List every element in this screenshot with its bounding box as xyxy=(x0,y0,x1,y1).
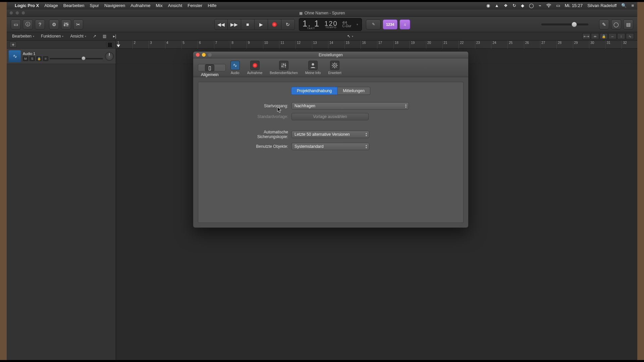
track-volume-slider[interactable] xyxy=(50,58,103,59)
smart-controls-button[interactable]: ⚙ xyxy=(49,19,59,29)
editors-button[interactable]: ✂ xyxy=(73,19,83,29)
track-mute-button[interactable]: M xyxy=(23,56,28,61)
prefs-tab-surfaces[interactable]: Bedienoberflächen xyxy=(267,60,300,76)
track-pan-knob[interactable] xyxy=(105,52,114,61)
prefs-subtabs: Projekthandhabung Mitteilungen xyxy=(204,87,457,95)
ruler-tick: 3 xyxy=(149,41,152,49)
zoom-h-button[interactable]: ↔ xyxy=(608,33,616,39)
lock-button[interactable]: 🔒 xyxy=(600,33,608,39)
notepad-button[interactable]: ✎ xyxy=(599,19,609,29)
loops-button[interactable]: ◯ xyxy=(611,19,621,29)
catch-button[interactable]: ▸| xyxy=(111,33,118,39)
prefs-tab-audio[interactable]: ∿Audio xyxy=(228,60,243,76)
browser-button[interactable]: ▤ xyxy=(623,19,633,29)
prefs-titlebar[interactable]: Einstellungen xyxy=(193,52,468,58)
menu-help[interactable]: Hilfe xyxy=(208,3,216,8)
prefs-tab-myinfo[interactable]: Meine Info xyxy=(303,60,324,76)
status-bluetooth-icon[interactable]: ⌁ xyxy=(539,3,541,8)
master-volume-slider[interactable] xyxy=(541,23,588,25)
spotlight-icon[interactable]: 🔍 xyxy=(621,3,627,8)
track-row[interactable]: ∿ Audio 1 M S 🔒 xyxy=(7,49,116,64)
backup-label: AutomatischeSicherungskopie: xyxy=(204,130,291,139)
tuner-button[interactable]: ♫ xyxy=(399,19,410,29)
track-list: + ▦ ∿ Audio 1 M S 🔒 xyxy=(7,41,116,360)
used-objects-select[interactable]: Systemstandard▴▾ xyxy=(291,143,369,150)
ruler-tick: 22 xyxy=(459,41,464,49)
waveform-zoom-button[interactable]: ∿ xyxy=(626,33,634,39)
track-solo-button[interactable]: S xyxy=(30,56,35,61)
menu-navigate[interactable]: Navigieren xyxy=(104,3,125,8)
lcd-display[interactable]: 1. 1TAKT 120TEMPO 4/4C-Dur ▾ xyxy=(299,18,362,31)
ruler-tick: 30 xyxy=(589,41,594,49)
ruler-tick: 12 xyxy=(296,41,301,49)
transport-controls: ◀◀ ▶▶ ■ ▶ ↻ xyxy=(214,19,295,30)
backup-select[interactable]: Letzte 50 alternative Versionen▴▾ xyxy=(291,131,369,138)
global-tracks-button[interactable]: ▦ xyxy=(106,42,113,47)
window-traffic-lights[interactable] xyxy=(9,11,25,15)
template-choose-button[interactable]: Vorlage auswählen xyxy=(291,113,369,120)
status-wifi-icon[interactable] xyxy=(546,4,551,8)
subtab-project-handling[interactable]: Projekthandhabung xyxy=(291,87,337,95)
menu-track[interactable]: Spur xyxy=(90,3,99,8)
app-menu[interactable]: Logic Pro X xyxy=(15,3,39,8)
startup-select[interactable]: Nachfragen▴▾ xyxy=(291,102,409,110)
document-icon: ▦ xyxy=(299,11,303,15)
ruler-tick: 13 xyxy=(312,41,317,49)
menubar-clock[interactable]: Mi. 15:27 xyxy=(565,3,583,8)
menu-edit[interactable]: Bearbeiten xyxy=(63,3,85,8)
ruler-tick: 17 xyxy=(377,41,382,49)
mixer-button[interactable] xyxy=(61,19,71,29)
lcd-position: 1. 1 xyxy=(303,19,320,28)
track-lock-button[interactable]: 🔒 xyxy=(36,56,42,61)
add-track-button[interactable]: + xyxy=(9,42,17,48)
count-in-button[interactable]: 1234 xyxy=(383,19,397,29)
forward-button[interactable]: ▶▶ xyxy=(228,19,241,30)
menu-extras-icon[interactable]: ≡ xyxy=(631,3,634,8)
svg-point-2 xyxy=(65,23,67,24)
snap-button[interactable]: ⇤⇥ xyxy=(582,33,590,39)
status-diamond-icon[interactable]: ◆ xyxy=(521,3,524,8)
zoom-v-button[interactable]: ↕ xyxy=(617,33,625,39)
play-button[interactable]: ▶ xyxy=(255,19,268,30)
ruler-tick: 4 xyxy=(165,41,168,49)
prefs-traffic-lights[interactable] xyxy=(196,53,212,57)
help-button[interactable]: ? xyxy=(35,19,45,29)
status-display-icon[interactable]: ▭ xyxy=(556,3,560,8)
view-menu[interactable]: Ansicht▾ xyxy=(68,33,88,39)
record-button[interactable] xyxy=(268,19,281,30)
inspector-button[interactable]: ⓘ xyxy=(23,19,33,29)
ruler-tick: 23 xyxy=(475,41,480,49)
status-cloud-icon[interactable]: ▲ xyxy=(495,3,499,8)
menu-mix[interactable]: Mix xyxy=(156,3,163,8)
track-record-enable-button[interactable] xyxy=(43,56,48,61)
alignment-button[interactable]: ⇹ xyxy=(591,33,599,39)
menu-record[interactable]: Aufnahme xyxy=(130,3,150,8)
menubar-user[interactable]: Silvan Radeloff xyxy=(587,3,616,8)
prefs-tab-record[interactable]: Aufnahme xyxy=(245,60,265,76)
rewind-button[interactable]: ◀◀ xyxy=(214,19,228,30)
ruler-tick: 10 xyxy=(263,41,268,49)
menu-file[interactable]: Ablage xyxy=(44,3,58,8)
metronome-button[interactable]: ✎ xyxy=(366,19,381,29)
menu-window[interactable]: Fenster xyxy=(187,3,202,8)
subtab-notifications[interactable]: Mitteilungen xyxy=(337,87,370,95)
functions-menu[interactable]: Funktionen▾ xyxy=(39,33,65,39)
flex-button[interactable]: ▥ xyxy=(101,33,108,39)
menu-view[interactable]: Ansicht xyxy=(168,3,182,8)
automation-button[interactable]: ↗ xyxy=(91,33,98,39)
status-record-icon[interactable]: ◉ xyxy=(486,3,490,8)
edit-menu[interactable]: Bearbeiten▾ xyxy=(10,33,36,39)
ruler-tick: 19 xyxy=(410,41,415,49)
tool-menu[interactable]: ↖ ▾ xyxy=(345,33,355,39)
status-dropbox-icon[interactable]: ❖ xyxy=(504,3,508,8)
prefs-tab-advanced[interactable]: Erweitert xyxy=(325,60,344,76)
prefs-tab-general[interactable]: ▯Allgemein xyxy=(198,64,226,71)
library-button[interactable]: ▭ xyxy=(11,19,21,29)
svg-line-16 xyxy=(336,63,337,64)
timeline-ruler[interactable]: 1234567891011121314151617181920212223242… xyxy=(116,41,637,49)
status-circle-icon[interactable]: ◯ xyxy=(529,3,534,8)
stop-button[interactable]: ■ xyxy=(241,19,255,30)
status-sync-icon[interactable]: ↻ xyxy=(513,3,516,8)
lcd-menu-chevron-icon[interactable]: ▾ xyxy=(357,23,358,26)
cycle-button[interactable]: ↻ xyxy=(281,19,295,30)
